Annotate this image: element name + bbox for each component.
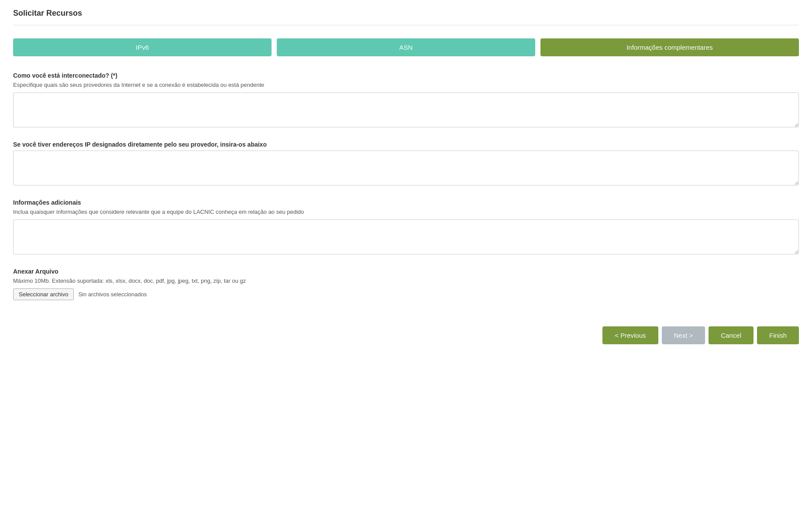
additional-info-description: Inclua quaisquer informações que conside… bbox=[13, 209, 799, 215]
additional-info-textarea[interactable] bbox=[13, 219, 799, 254]
cancel-button[interactable]: Cancel bbox=[709, 326, 754, 344]
title-divider bbox=[13, 25, 799, 25]
ip-addresses-label: Se você tiver endereços IP designados di… bbox=[13, 141, 799, 148]
additional-info-label: Informações adicionais bbox=[13, 199, 799, 206]
additional-info-section: Informações adicionais Inclua quaisquer … bbox=[13, 199, 799, 256]
tabs-row: IPv6 ASN Informações complementares bbox=[13, 38, 799, 56]
tab-info[interactable]: Informações complementares bbox=[540, 38, 799, 56]
attach-label: Anexar Arquivo bbox=[13, 268, 799, 275]
attach-section: Anexar Arquivo Máximo 10Mb. Extensão sup… bbox=[13, 268, 799, 300]
no-file-text: Sin archivos seleccionados bbox=[78, 291, 147, 298]
select-file-button[interactable]: Seleccionar archivo bbox=[13, 288, 74, 300]
tab-ipv6[interactable]: IPv6 bbox=[13, 38, 272, 56]
interconnection-description: Especifique quais são seus provedores da… bbox=[13, 82, 799, 88]
next-button[interactable]: Next > bbox=[662, 326, 705, 344]
interconnection-section: Como você está interconectado? (*) Espec… bbox=[13, 72, 799, 129]
attach-description: Máximo 10Mb. Extensão suportada: xls, xl… bbox=[13, 278, 799, 284]
file-input-row: Seleccionar archivo Sin archivos selecci… bbox=[13, 288, 799, 300]
interconnection-textarea[interactable] bbox=[13, 93, 799, 127]
previous-button[interactable]: < Previous bbox=[602, 326, 658, 344]
interconnection-label: Como você está interconectado? (*) bbox=[13, 72, 799, 79]
ip-addresses-textarea[interactable] bbox=[13, 151, 799, 185]
ip-addresses-section: Se você tiver endereços IP designados di… bbox=[13, 141, 799, 187]
actions-row: < Previous Next > Cancel Finish bbox=[13, 318, 799, 357]
finish-button[interactable]: Finish bbox=[757, 326, 799, 344]
page-title: Solicitar Recursos bbox=[13, 9, 799, 18]
tab-asn[interactable]: ASN bbox=[277, 38, 535, 56]
